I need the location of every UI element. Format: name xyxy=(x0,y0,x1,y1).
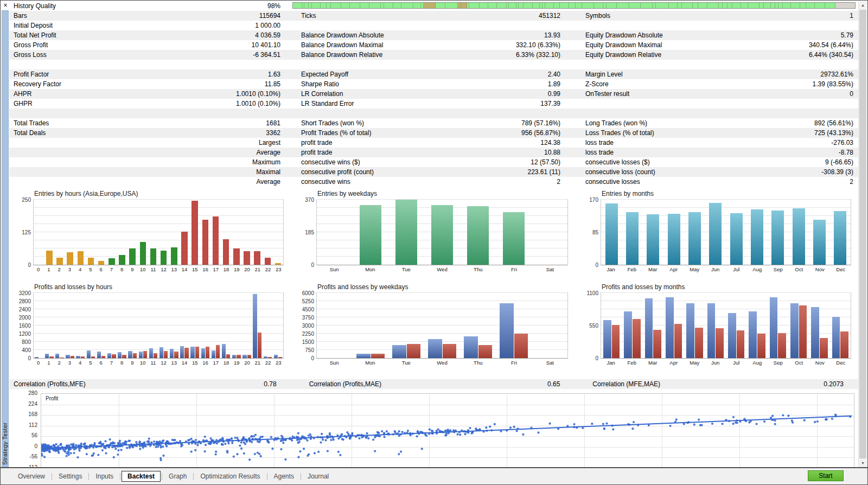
stats-cell xyxy=(9,60,287,69)
tab-optimization-results[interactable]: Optimization Results xyxy=(195,471,265,482)
stat-value: 1.0010 (0.10%) xyxy=(236,99,280,109)
stats-cell: Maximum xyxy=(9,157,287,167)
y-tick-label: 3750 xyxy=(302,315,314,321)
stat-value: 340.54 (6.44%) xyxy=(809,40,853,50)
stats-row: AHPR1.0010 (0.10%)LR Correlation0.99OnTe… xyxy=(9,89,860,99)
category-cell xyxy=(663,293,684,358)
bar xyxy=(268,357,272,358)
y-tick-label: 112 xyxy=(10,422,37,428)
stats-cell: Balance Drawdown Relative6.33% (332.10) xyxy=(287,50,567,60)
bar xyxy=(668,214,680,265)
chart-title: Profits and losses by months xyxy=(602,283,685,291)
bar xyxy=(728,313,736,358)
stats-cell xyxy=(567,109,860,118)
tab-graph[interactable]: Graph xyxy=(163,471,192,482)
bar xyxy=(45,354,49,358)
category-cell xyxy=(746,293,767,358)
stats-row: Gross Loss-6 364.51Balance Drawdown Rela… xyxy=(9,50,860,60)
x-tick-label: 18 xyxy=(221,266,232,272)
scatter-plot: Profit xyxy=(41,393,854,468)
bar xyxy=(122,355,126,358)
bar xyxy=(180,346,184,358)
category-cell xyxy=(34,200,44,265)
x-tick-label: 19 xyxy=(232,360,242,366)
stats-cell: AHPR1.0010 (0.10%) xyxy=(9,89,287,99)
stat-value: 332.10 (6.33%) xyxy=(516,40,560,50)
stat-label: Margin Level xyxy=(585,69,623,79)
category-cell xyxy=(241,200,252,265)
tab-overview[interactable]: Overview xyxy=(12,471,50,482)
bar xyxy=(171,247,177,265)
stats-row: Maximumconsecutive wins ($)12 (57.50)con… xyxy=(9,157,860,167)
quality-segment xyxy=(413,3,421,8)
start-button[interactable]: Start xyxy=(808,470,844,481)
bar xyxy=(274,355,278,358)
quality-segment xyxy=(791,3,800,8)
bar xyxy=(226,354,230,358)
category-cell xyxy=(622,200,642,265)
quality-segment xyxy=(304,3,308,8)
category-cell xyxy=(601,200,622,265)
x-tick-label: 21 xyxy=(252,266,263,272)
stat-label: loss trade xyxy=(585,138,614,148)
x-tick-label: 14 xyxy=(180,360,190,366)
x-tick-label: 15 xyxy=(190,360,200,366)
chart-plot: 07501500225030003750450052506000 xyxy=(316,292,568,359)
category-cell xyxy=(684,293,705,358)
x-tick-label: Mar xyxy=(642,360,663,366)
category-cell xyxy=(54,293,65,358)
x-tick-label: 10 xyxy=(138,266,148,272)
x-tick-label: May xyxy=(684,360,705,366)
x-tick-label: 21 xyxy=(252,360,263,366)
bar xyxy=(97,352,101,358)
bar xyxy=(790,303,799,358)
scrollbar-thumb[interactable] xyxy=(859,10,866,458)
bars-area xyxy=(317,200,567,265)
quality-segment xyxy=(393,3,401,8)
close-icon[interactable]: × xyxy=(2,1,9,10)
stats-row: Gross Profit10 401.10Balance Drawdown Ma… xyxy=(9,40,860,50)
scroll-up-icon[interactable]: ▲ xyxy=(859,1,867,9)
x-tick-label: 23 xyxy=(273,360,284,366)
tab-settings[interactable]: Settings xyxy=(53,471,87,482)
bar xyxy=(190,347,194,358)
tab-inputs[interactable]: Inputs xyxy=(90,471,119,482)
stat-value: 11.85 xyxy=(265,79,280,89)
x-tick-label: 10 xyxy=(138,360,148,366)
quality-segment xyxy=(771,3,775,8)
bar xyxy=(112,354,116,359)
quality-segment xyxy=(461,3,467,8)
category-cell xyxy=(460,200,496,265)
stats-cell: Balance Drawdown Absolute13.93 xyxy=(287,30,567,40)
tab-separator xyxy=(267,473,267,480)
bar xyxy=(81,356,85,358)
x-tick-label: Fri xyxy=(496,360,532,366)
vertical-scrollbar[interactable]: ▲ ▼ xyxy=(858,1,867,467)
quality-segment xyxy=(312,3,321,8)
stat-label: Gross Loss xyxy=(14,50,47,60)
bar xyxy=(820,338,828,358)
stats-row: Maximalconsecutive profit (count)223.61 … xyxy=(9,167,860,177)
scroll-down-icon[interactable]: ▼ xyxy=(859,459,867,467)
category-cell xyxy=(317,200,353,265)
quality-segment xyxy=(815,3,825,8)
bar xyxy=(371,354,385,358)
x-tick-label: 0 xyxy=(33,360,43,366)
stats-row xyxy=(9,109,860,118)
category-cell xyxy=(158,200,169,265)
y-tick-label: 400 xyxy=(22,347,31,353)
stats-row: Total Trades1681Short Trades (won %)789 … xyxy=(9,118,860,128)
x-tick-label: Dec xyxy=(831,266,852,272)
quality-segment xyxy=(656,3,668,8)
x-axis-labels: SunMonTueWedThuFriSat xyxy=(316,360,568,366)
bar xyxy=(840,331,848,358)
tab-agents[interactable]: Agents xyxy=(269,471,299,482)
bar xyxy=(78,251,84,265)
tab-journal[interactable]: Journal xyxy=(302,471,334,482)
x-tick-label: 11 xyxy=(148,266,158,272)
bar xyxy=(242,355,246,358)
tab-backtest[interactable]: Backtest xyxy=(122,471,161,482)
category-cell xyxy=(34,293,44,358)
bar xyxy=(216,345,220,358)
stats-cell xyxy=(287,60,567,69)
